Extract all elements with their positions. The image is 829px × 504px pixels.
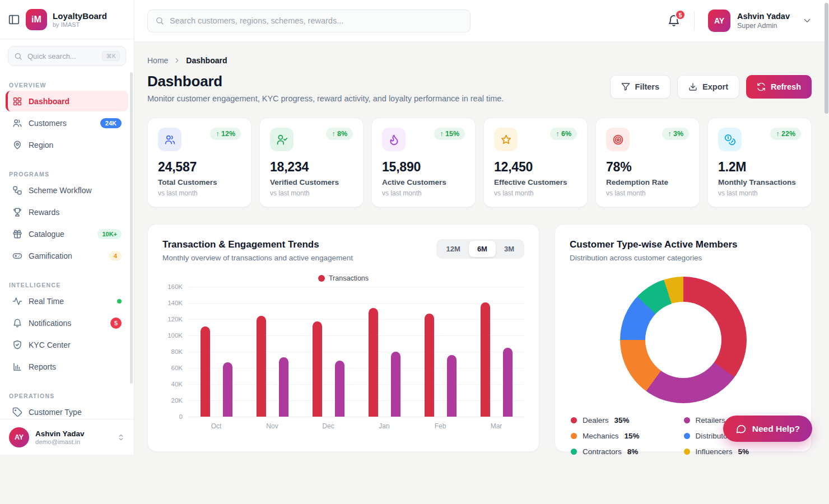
sidebar-item-label: Gamification: [29, 251, 72, 260]
stat-sublabel: vs last month: [718, 189, 801, 197]
range-option-6m[interactable]: 6M: [469, 241, 496, 257]
legend-label: Contractors: [583, 447, 622, 456]
need-help-button[interactable]: Need Help?: [723, 416, 812, 442]
stat-card-top: ↑ 6%: [494, 128, 577, 151]
sidebar-header: iM LoyaltyBoard by IMAST: [0, 0, 134, 39]
stat-value: 1.2M: [718, 160, 801, 175]
donut-legend-item: Contractors8%: [571, 446, 684, 457]
bell-icon: [12, 318, 22, 328]
user-name: Ashvin Yadav: [737, 12, 790, 21]
panel-left-icon[interactable]: [8, 13, 20, 26]
sidebar-item-gamification[interactable]: Gamification4: [6, 245, 128, 266]
sidebar-item-kyc-center[interactable]: KYC Center: [6, 334, 128, 355]
donut-chart: [620, 277, 747, 403]
stat-card: ↑ 6%12,450Effective Customersvs last mon…: [483, 118, 588, 207]
gridline: [188, 417, 524, 417]
y-tick-label: 40K: [171, 381, 183, 388]
transactions-chart-card: Transaction & Engagement Trends Monthly …: [147, 224, 539, 452]
bar-transactions: [257, 316, 266, 417]
legend-dot: [684, 433, 690, 439]
user-info: Ashvin Yadav Super Admin: [737, 12, 790, 30]
trend-badge: ↑ 8%: [326, 128, 353, 140]
bar-transactions: [313, 321, 322, 417]
chevron-down-icon: [802, 16, 812, 26]
filters-button[interactable]: Filters: [610, 75, 671, 99]
brand-byline: by IMAST: [53, 21, 107, 28]
sidebar-item-rewards[interactable]: Rewards: [6, 202, 128, 222]
refresh-icon: [757, 82, 766, 91]
y-tick-label: 100K: [167, 332, 183, 339]
sidebar-user-name: Ashvin Yadav: [35, 430, 85, 438]
legend-dot: [571, 433, 577, 439]
bar-engagement: [335, 361, 344, 417]
users-icon: [12, 118, 22, 128]
avatar: AY: [708, 10, 730, 32]
chat-bubble-icon: [735, 423, 747, 435]
sidebar-item-dashboard[interactable]: Dashboard: [6, 91, 128, 111]
legend-item: Transactions: [318, 274, 369, 282]
range-option-3m[interactable]: 3M: [496, 241, 523, 257]
stat-icon-tile: [382, 128, 406, 151]
legend-value: 15%: [625, 432, 640, 440]
divider: [694, 11, 695, 31]
notification-count-badge: 5: [675, 10, 686, 20]
plot-area: [188, 287, 524, 417]
global-search-input[interactable]: [170, 16, 463, 25]
bar-transactions: [369, 308, 378, 417]
stat-label: Active Customers: [382, 178, 465, 186]
sidebar-item-customers[interactable]: Customers24K: [6, 113, 128, 133]
legend-dot: [571, 449, 577, 455]
breadcrumb-home[interactable]: Home: [147, 56, 168, 65]
quick-search-input[interactable]: Quick search... ⌘K: [8, 46, 126, 66]
sidebar-item-real-time[interactable]: Real Time: [6, 291, 128, 311]
x-tick-label: Nov: [244, 422, 300, 430]
nav-badge: 24K: [100, 118, 122, 128]
stat-label: Total Customers: [158, 178, 241, 186]
nav-badge: 4: [109, 251, 122, 261]
nav-badge: 10K+: [97, 229, 122, 239]
refresh-button[interactable]: Refresh: [746, 75, 812, 99]
search-icon: [14, 52, 22, 60]
sidebar-item-notifications[interactable]: Notifications5: [6, 312, 128, 333]
range-option-12m[interactable]: 12M: [438, 241, 469, 257]
donut-legend-item: Mechanics15%: [571, 430, 684, 441]
chart-title: Transaction & Engagement Trends: [162, 239, 353, 250]
charts-row: Transaction & Engagement Trends Monthly …: [147, 224, 812, 452]
bars: [188, 287, 524, 417]
trend-badge: ↑ 3%: [662, 128, 689, 140]
notifications-bell-icon[interactable]: 5: [667, 14, 681, 27]
user-menu[interactable]: AY Ashvin Yadav Super Admin: [708, 10, 812, 32]
sidebar-user-menu[interactable]: AY Ashvin Yadav demo@imast.in: [0, 419, 134, 455]
sidebar-item-label: Customers: [29, 119, 67, 128]
bar-engagement: [447, 355, 457, 417]
sidebar-item-scheme-workflow[interactable]: Scheme Workflow: [6, 180, 128, 200]
x-tick-label: Mar: [468, 422, 524, 430]
tag-icon: [12, 407, 22, 417]
sidebar-item-catalogue[interactable]: Catalogue10K+: [6, 223, 128, 244]
map-pin-icon: [12, 140, 22, 150]
trend-badge: ↑ 22%: [770, 128, 801, 140]
brand-monogram: iM: [31, 15, 41, 25]
stat-value: 78%: [606, 160, 689, 175]
stat-card: ↑ 3%78%Redemption Ratevs last month: [595, 118, 700, 207]
page-scrollbar[interactable]: [825, 3, 828, 114]
topbar: 5 AY Ashvin Yadav Super Admin: [134, 0, 829, 42]
export-button[interactable]: Export: [677, 75, 739, 99]
sidebar-scrollbar[interactable]: [130, 72, 133, 384]
sidebar-item-region[interactable]: Region: [6, 134, 128, 155]
sidebar-item-reports[interactable]: Reports: [6, 356, 128, 377]
legend-value: 5%: [738, 447, 749, 456]
nav-section-label: OPERATIONS: [9, 393, 125, 399]
legend-label: Retailers: [696, 416, 725, 424]
donut-legend-item: Influencers5%: [684, 446, 797, 457]
topbar-right: 5 AY Ashvin Yadav Super Admin: [667, 10, 812, 32]
bar-group-nov: [244, 287, 300, 417]
bar-engagement: [503, 348, 513, 417]
y-tick-label: 120K: [167, 316, 183, 323]
avatar: AY: [9, 427, 29, 447]
stat-value: 15,890: [382, 160, 465, 175]
page-header: Dashboard Monitor customer engagement, K…: [147, 73, 812, 103]
coins-icon: [724, 134, 736, 146]
stat-label: Verified Customers: [270, 178, 353, 186]
y-tick-label: 80K: [171, 348, 183, 355]
